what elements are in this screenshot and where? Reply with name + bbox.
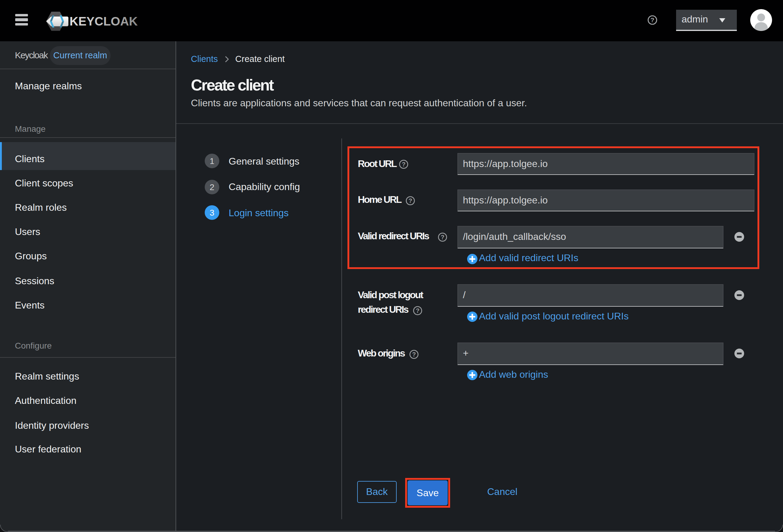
- svg-text:?: ?: [650, 17, 654, 23]
- svg-text:?: ?: [402, 161, 405, 168]
- svg-text:?: ?: [415, 307, 419, 314]
- svg-text:KEYCLOAK: KEYCLOAK: [69, 14, 138, 28]
- svg-text:?: ?: [440, 233, 444, 240]
- svg-text:?: ?: [412, 351, 416, 358]
- svg-text:?: ?: [408, 197, 412, 204]
